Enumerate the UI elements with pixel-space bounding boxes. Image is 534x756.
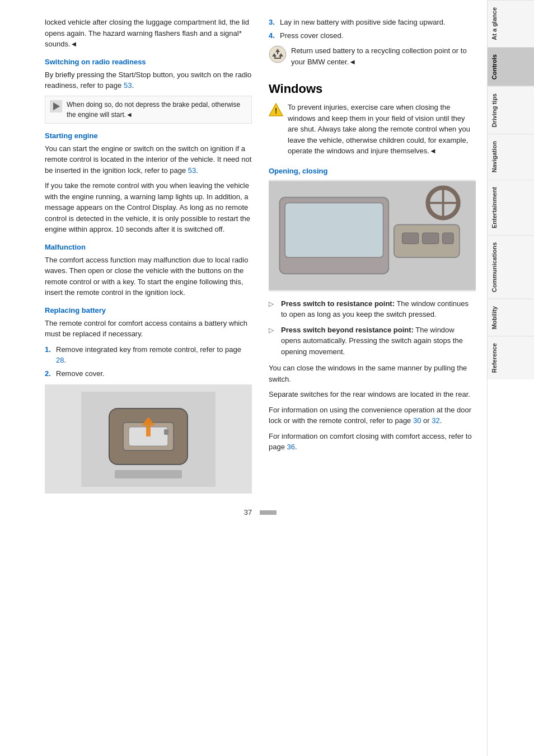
bullet-item-1: ▷ Press switch to resistance point: The … — [269, 298, 476, 320]
step-num-4: 4. — [269, 30, 277, 41]
switching-radio-heading: Switching on radio readiness — [45, 58, 252, 66]
main-content: locked vehicle after closing the luggage… — [0, 0, 487, 756]
recycle-row: Return used battery to a recycling colle… — [269, 45, 476, 72]
two-column-layout: locked vehicle after closing the luggage… — [45, 17, 476, 499]
car-window-svg — [269, 180, 476, 292]
battery-image — [45, 384, 252, 494]
paragraph-1: You can close the windows in the same ma… — [269, 363, 476, 384]
step-num-3: 3. — [269, 17, 277, 28]
sidebar-tab-driving-tips[interactable]: Driving tips — [488, 86, 534, 134]
step-num-1: 1. — [45, 344, 53, 366]
svg-rect-14 — [285, 203, 383, 257]
starting-engine-section: Starting engine You can start the engine… — [45, 132, 252, 235]
starting-engine-body1: You can start the engine or switch on th… — [45, 143, 252, 176]
malfunction-body: The comfort access function may malfunct… — [45, 255, 252, 298]
paragraph-4: For information on comfort closing with … — [269, 431, 476, 453]
step-text-4: Press cover closed. — [280, 30, 343, 41]
replacing-battery-body: The remote control for comfort access co… — [45, 318, 252, 340]
svg-rect-18 — [443, 233, 453, 243]
svg-rect-16 — [402, 233, 419, 243]
malfunction-section: Malfunction The comfort access function … — [45, 243, 252, 298]
note-play-icon — [50, 100, 62, 112]
page-link-53b[interactable]: 53 — [188, 166, 196, 175]
bullet-arrow-2: ▷ — [269, 325, 277, 358]
replacing-battery-section: Replacing battery The remote control for… — [45, 306, 252, 494]
battery-steps-list: 1. Remove integrated key from remote con… — [45, 344, 252, 379]
sidebar-tab-entertainment[interactable]: Entertainment — [488, 180, 534, 235]
right-column: 3. Lay in new battery with positive side… — [269, 17, 476, 499]
sidebar-tab-at-a-glance[interactable]: At a glance — [488, 0, 534, 47]
svg-rect-8 — [115, 470, 182, 478]
starting-engine-heading: Starting engine — [45, 132, 252, 140]
step-text-1: Remove integrated key from remote contro… — [56, 344, 252, 366]
opening-closing-section: Opening, closing — [269, 167, 476, 453]
starting-engine-body2: If you take the remote control with you … — [45, 180, 252, 235]
page-link-36[interactable]: 36 — [287, 443, 295, 451]
opening-closing-bullets: ▷ Press switch to resistance point: The … — [269, 298, 476, 358]
step-text-2: Remove cover. — [56, 368, 105, 379]
page-link-30[interactable]: 30 — [413, 416, 421, 425]
bullet-text-1: Press switch to resistance point: The wi… — [281, 298, 476, 320]
note-text-radio: When doing so, do not depress the brake … — [67, 100, 247, 120]
switching-radio-body: By briefly pressing the Start/Stop butto… — [45, 69, 252, 91]
battery-step-3: 3. Lay in new battery with positive side… — [269, 17, 476, 28]
page-link-28[interactable]: 28 — [56, 356, 64, 364]
warning-text: To prevent injuries, exercise care when … — [288, 102, 476, 157]
opening-closing-heading: Opening, closing — [269, 167, 476, 175]
recycle-icon — [269, 45, 287, 63]
page-number: 37 — [244, 508, 252, 516]
switching-radio-section: Switching on radio readiness By briefly … — [45, 58, 252, 124]
paragraph-3: For information on using the convenience… — [269, 405, 476, 426]
page-number-bar: 37 — [45, 508, 476, 516]
battery-step-2: 2. Remove cover. — [45, 368, 252, 379]
bullet-arrow-1: ▷ — [269, 299, 277, 320]
sidebar-tab-reference[interactable]: Reference — [488, 336, 534, 379]
battery-step-4: 4. Press cover closed. — [269, 30, 476, 41]
recycle-note-text: Return used battery to a recycling colle… — [291, 45, 476, 67]
car-window-image — [269, 180, 476, 292]
malfunction-heading: Malfunction — [45, 243, 252, 251]
sidebar-tab-controls[interactable]: Controls — [488, 47, 534, 86]
bullet-item-2: ▷ Press switch beyond resistance point: … — [269, 325, 476, 358]
svg-rect-6 — [164, 429, 168, 435]
sidebar-tab-navigation[interactable]: Navigation — [488, 134, 534, 179]
svg-text:!: ! — [275, 106, 278, 115]
bullet-text-2: Press switch beyond resistance point: Th… — [281, 325, 476, 358]
note-box-radio: When doing so, do not depress the brake … — [45, 96, 252, 124]
sidebar-tab-mobility[interactable]: Mobility — [488, 299, 534, 336]
step-text-3: Lay in new battery with positive side fa… — [280, 17, 446, 28]
svg-rect-17 — [423, 233, 439, 243]
page-link-53a[interactable]: 53 — [124, 81, 132, 90]
left-column: locked vehicle after closing the luggage… — [45, 17, 252, 499]
battery-steps-continued: 3. Lay in new battery with positive side… — [269, 17, 476, 41]
warning-icon: ! — [269, 102, 283, 117]
battery-svg — [81, 392, 216, 487]
intro-text: locked vehicle after closing the luggage… — [45, 17, 252, 50]
right-sidebar: At a glance Controls Driving tips Naviga… — [487, 0, 534, 756]
warning-box: ! To prevent injuries, exercise care whe… — [269, 102, 476, 161]
page-link-32[interactable]: 32 — [432, 416, 439, 425]
replacing-battery-heading: Replacing battery — [45, 306, 252, 314]
paragraph-2: Separate switches for the rear windows a… — [269, 389, 476, 400]
battery-step-1: 1. Remove integrated key from remote con… — [45, 344, 252, 366]
windows-heading: Windows — [269, 82, 476, 96]
page-container: locked vehicle after closing the luggage… — [0, 0, 534, 756]
step-num-2: 2. — [45, 368, 53, 379]
windows-section: Windows ! To prevent injuries, exercise … — [269, 82, 476, 161]
sidebar-tab-communications[interactable]: Communications — [488, 235, 534, 299]
